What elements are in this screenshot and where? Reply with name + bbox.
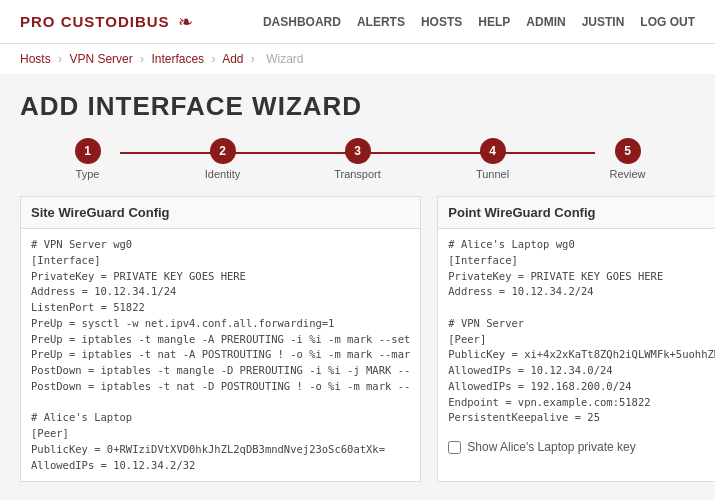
step-label-5: Review xyxy=(609,168,645,180)
step-label-4: Tunnel xyxy=(476,168,509,180)
nav-help[interactable]: HELP xyxy=(478,15,510,29)
step-circle-1: 1 xyxy=(75,138,101,164)
step-circle-3: 3 xyxy=(345,138,371,164)
step-circle-2: 2 xyxy=(210,138,236,164)
step-circle-5: 5 xyxy=(615,138,641,164)
breadcrumb-interfaces[interactable]: Interfaces xyxy=(151,52,204,66)
nav-dashboard[interactable]: DASHBOARD xyxy=(263,15,341,29)
header: PRO CUSTODIBUS ❧ DASHBOARD ALERTS HOSTS … xyxy=(0,0,715,44)
step-label-2: Identity xyxy=(205,168,240,180)
show-point-private-key-checkbox[interactable] xyxy=(448,441,461,454)
breadcrumb: Hosts › VPN Server › Interfaces › Add › … xyxy=(0,44,715,75)
point-checkbox-label: Show Alice's Laptop private key xyxy=(467,440,635,454)
page-title: ADD INTERFACE WIZARD xyxy=(0,75,715,130)
site-panel-title: Site WireGuard Config xyxy=(21,197,420,229)
site-config-panel: Site WireGuard Config # VPN Server wg0 [… xyxy=(20,196,421,482)
nav-admin[interactable]: ADMIN xyxy=(526,15,565,29)
point-config-panel: Point WireGuard Config # Alice's Laptop … xyxy=(437,196,715,482)
nav-user[interactable]: JUSTIN xyxy=(582,15,625,29)
breadcrumb-vpn-server[interactable]: VPN Server xyxy=(69,52,132,66)
step-label-1: Type xyxy=(76,168,100,180)
breadcrumb-wizard: Wizard xyxy=(266,52,303,66)
breadcrumb-add[interactable]: Add xyxy=(222,52,243,66)
wizard-steps: 1 Type 2 Identity 3 Transport 4 Tunnel 5… xyxy=(0,130,715,196)
step-type: 1 Type xyxy=(20,138,155,180)
logo: PRO CUSTODIBUS ❧ xyxy=(20,11,193,33)
point-checkbox-row: Show Alice's Laptop private key xyxy=(438,434,715,460)
breadcrumb-hosts[interactable]: Hosts xyxy=(20,52,51,66)
header-nav: DASHBOARD ALERTS HOSTS HELP ADMIN JUSTIN… xyxy=(263,15,695,29)
step-review: 5 Review xyxy=(560,138,695,180)
site-checkbox-row: Show VPN Server private key xyxy=(0,494,715,500)
point-panel-title: Point WireGuard Config xyxy=(438,197,715,229)
step-tunnel: 4 Tunnel xyxy=(425,138,560,180)
main-content: Site WireGuard Config # VPN Server wg0 [… xyxy=(0,196,715,494)
site-panel-code: # VPN Server wg0 [Interface] PrivateKey … xyxy=(21,229,420,481)
step-circle-4: 4 xyxy=(480,138,506,164)
logo-icon: ❧ xyxy=(178,11,193,33)
step-identity: 2 Identity xyxy=(155,138,290,180)
step-transport: 3 Transport xyxy=(290,138,425,180)
nav-logout[interactable]: LOG OUT xyxy=(640,15,695,29)
point-panel-code: # Alice's Laptop wg0 [Interface] Private… xyxy=(438,229,715,434)
logo-text: PRO CUSTODIBUS xyxy=(20,13,170,30)
nav-alerts[interactable]: ALERTS xyxy=(357,15,405,29)
nav-hosts[interactable]: HOSTS xyxy=(421,15,462,29)
step-label-3: Transport xyxy=(334,168,381,180)
